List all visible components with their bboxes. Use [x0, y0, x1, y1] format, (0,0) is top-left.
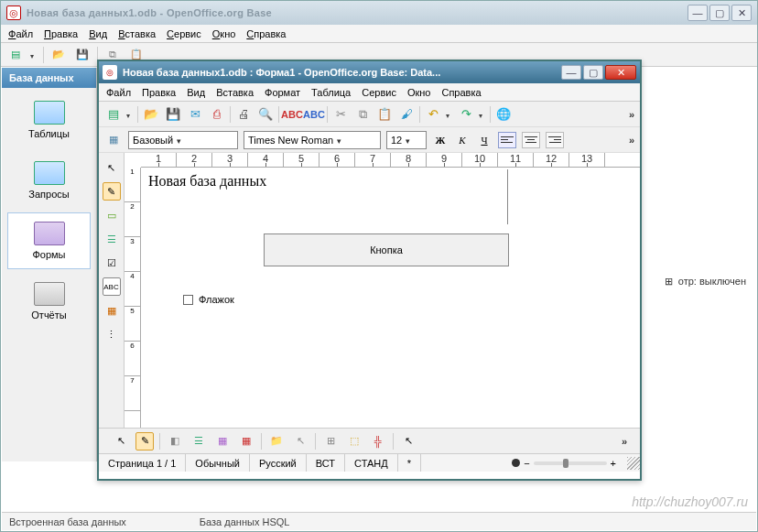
- new-icon[interactable]: ▤: [104, 105, 123, 124]
- menu-insert[interactable]: Вставка: [118, 28, 156, 39]
- inner-menu-edit[interactable]: Правка: [142, 87, 176, 98]
- status-standard[interactable]: СТАНД: [345, 454, 398, 472]
- sidebar-item-reports[interactable]: Отчёты: [7, 273, 91, 330]
- sidebar-item-queries[interactable]: Запросы: [7, 152, 91, 209]
- guides-icon[interactable]: ╬: [369, 432, 387, 451]
- open-folder-icon[interactable]: 📂: [49, 46, 68, 64]
- paste-icon[interactable]: 📋: [375, 105, 394, 124]
- status-style[interactable]: Обычный: [186, 454, 250, 472]
- inner-maximize-button[interactable]: ▢: [583, 65, 603, 80]
- paragraph-style-combo[interactable]: Базовый: [128, 131, 238, 149]
- select-tool[interactable]: ↖: [103, 158, 121, 177]
- inner-menu-window[interactable]: Окно: [407, 87, 431, 98]
- sidebar-item-forms[interactable]: Формы: [7, 212, 91, 269]
- hyperlink-icon[interactable]: 🌐: [494, 105, 513, 124]
- relation-icon[interactable]: ☰: [190, 432, 208, 451]
- form-tool[interactable]: ☰: [103, 230, 121, 248]
- select-tool-icon[interactable]: ↖: [112, 432, 130, 451]
- status-insert[interactable]: ВСТ: [307, 454, 345, 472]
- grid-icon[interactable]: ⊞: [321, 432, 340, 451]
- horizontal-ruler[interactable]: 12345678910111213: [141, 153, 640, 168]
- status-lang[interactable]: Русский: [250, 454, 307, 472]
- new-doc-icon[interactable]: ▤: [6, 46, 25, 64]
- sidebar-item-tables[interactable]: Таблицы: [7, 92, 91, 148]
- outer-minimize-button[interactable]: —: [688, 5, 708, 21]
- outer-close-button[interactable]: ✕: [731, 5, 752, 21]
- more-controls-tool[interactable]: ⋮: [103, 325, 121, 343]
- textbox-tool[interactable]: ABC: [103, 277, 121, 296]
- zoom-plus-icon[interactable]: +: [611, 458, 616, 469]
- status-page[interactable]: Страница 1 / 1: [99, 454, 186, 472]
- position-size-icon[interactable]: ◧: [166, 432, 184, 451]
- form-checkbox-control[interactable]: Флажок: [183, 294, 234, 305]
- underline-button[interactable]: Ч: [476, 132, 493, 148]
- spellcheck-icon[interactable]: ABC: [283, 105, 301, 124]
- save-icon[interactable]: 💾: [164, 105, 182, 124]
- print-icon[interactable]: 🖨: [234, 105, 253, 124]
- preview-icon[interactable]: 🔍: [256, 105, 275, 124]
- menu-help[interactable]: Справка: [246, 28, 286, 39]
- font-size-combo[interactable]: 12: [386, 131, 427, 149]
- menu-window[interactable]: Окно: [212, 28, 236, 39]
- pdf-icon[interactable]: ⎙: [208, 105, 226, 124]
- zoom-control[interactable]: − +: [504, 458, 623, 469]
- align-left-button[interactable]: [498, 132, 516, 148]
- font-name-combo[interactable]: Times New Roman: [244, 131, 381, 149]
- document-title-text[interactable]: Новая база данных: [148, 173, 266, 190]
- open-icon[interactable]: 📂: [142, 105, 160, 124]
- mail-icon[interactable]: ✉: [186, 105, 204, 124]
- design-mode-icon[interactable]: ✎: [135, 432, 154, 451]
- undo-dropdown[interactable]: [446, 109, 453, 120]
- menu-tools[interactable]: Сервис: [167, 28, 201, 39]
- menu-edit[interactable]: Правка: [44, 28, 78, 39]
- align-center-button[interactable]: [522, 132, 540, 148]
- form-button-control[interactable]: Кнопка: [264, 233, 509, 266]
- arrow-icon[interactable]: ↖: [399, 432, 417, 451]
- new-doc-dropdown[interactable]: [30, 49, 38, 60]
- inner-titlebar[interactable]: ◎ Новая база данных1.odb : Форма1 - Open…: [99, 61, 640, 83]
- redo-dropdown[interactable]: [479, 109, 486, 120]
- snap-icon[interactable]: ⬚: [345, 432, 363, 451]
- inner-close-button[interactable]: ✕: [605, 65, 636, 80]
- copy-icon[interactable]: ⧉: [353, 105, 372, 124]
- bold-button[interactable]: Ж: [432, 132, 449, 148]
- inner-menu-file[interactable]: Файл: [106, 87, 131, 98]
- cut-icon[interactable]: ✂: [331, 105, 350, 124]
- navigator-icon[interactable]: ▦: [213, 432, 232, 451]
- toolbar-expand-icon[interactable]: »: [629, 109, 634, 120]
- menu-file[interactable]: Файл: [8, 28, 33, 39]
- form-canvas[interactable]: Новая база данных Кнопка Флажок: [141, 168, 640, 428]
- align-right-button[interactable]: [546, 132, 564, 148]
- add-field-icon[interactable]: ▦: [237, 432, 255, 451]
- save-icon[interactable]: 💾: [73, 46, 92, 64]
- inner-menu-insert[interactable]: Вставка: [216, 87, 254, 98]
- bottom-expand-icon[interactable]: »: [622, 436, 627, 447]
- design-mode-tool[interactable]: ✎: [103, 182, 121, 201]
- tab-order-icon[interactable]: 📁: [267, 432, 286, 451]
- inner-menu-view[interactable]: Вид: [187, 87, 205, 98]
- resize-grip[interactable]: [627, 457, 640, 470]
- control-tool[interactable]: ▭: [103, 206, 121, 224]
- inner-menu-format[interactable]: Формат: [265, 87, 300, 98]
- vertical-ruler[interactable]: 1234567: [125, 168, 141, 428]
- inner-menu-tools[interactable]: Сервис: [362, 87, 396, 98]
- open-design-icon[interactable]: ↖: [291, 432, 309, 451]
- inner-minimize-button[interactable]: —: [561, 65, 581, 80]
- format-paint-icon[interactable]: 🖌: [397, 105, 416, 124]
- new-dropdown[interactable]: [126, 109, 134, 120]
- inner-menu-table[interactable]: Таблица: [311, 87, 351, 98]
- styles-icon[interactable]: ▦: [104, 131, 123, 149]
- outer-maximize-button[interactable]: ▢: [709, 5, 730, 21]
- zoom-slider[interactable]: [534, 461, 607, 465]
- inner-menu-help[interactable]: Справка: [441, 87, 481, 98]
- undo-icon[interactable]: ↶: [424, 105, 442, 124]
- italic-button[interactable]: К: [454, 132, 471, 148]
- zoom-fit-icon[interactable]: [512, 459, 520, 467]
- zoom-minus-icon[interactable]: −: [524, 458, 529, 469]
- fmt-expand-icon[interactable]: »: [629, 135, 634, 146]
- menu-view[interactable]: Вид: [89, 28, 107, 39]
- checkbox-tool[interactable]: ☑: [103, 254, 121, 272]
- redo-icon[interactable]: ↷: [457, 105, 475, 124]
- autospell-icon[interactable]: ABC: [305, 105, 323, 124]
- formatted-field-tool[interactable]: ▦: [103, 301, 121, 320]
